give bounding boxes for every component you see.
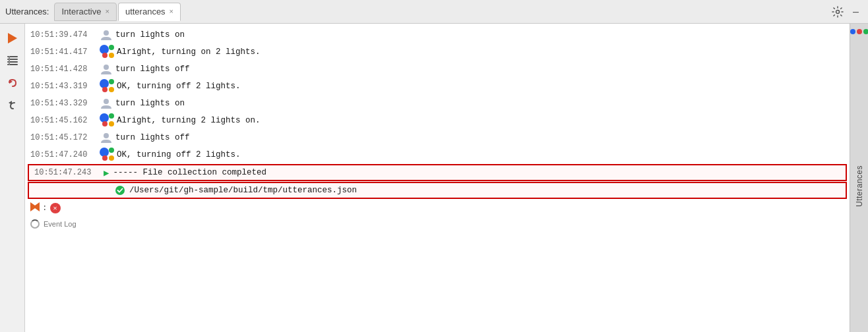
user-avatar-icon (100, 97, 113, 110)
tab-utterances-label: utterances (125, 7, 166, 16)
check-circle-svg (115, 185, 125, 196)
tab-bar-actions: – (830, 5, 868, 19)
tab-utterances[interactable]: utterances × (118, 3, 181, 21)
user-avatar-icon (100, 28, 113, 42)
dot-red (102, 87, 108, 92)
undo-variant-icon (7, 77, 18, 89)
assistant-avatar (100, 113, 114, 128)
play-icon: ▶ (104, 167, 109, 179)
tab-interactive[interactable]: Interactive × (54, 3, 116, 21)
svg-point-11 (104, 99, 109, 104)
svg-point-9 (104, 30, 109, 36)
loading-circle-icon (30, 219, 40, 229)
svg-point-0 (836, 10, 840, 13)
dot-yellow (109, 121, 114, 126)
log-row: 10:51:41.428 turn lights off (25, 61, 850, 78)
tab-utterances-close[interactable]: × (170, 8, 173, 15)
log-text: turn lights off (115, 65, 844, 74)
assistant-avatar (100, 148, 114, 162)
play-left-icon (30, 202, 40, 211)
utterances-label-wrapper: Utterances (855, 37, 864, 332)
dot-red-right (857, 29, 862, 34)
check-circle-icon (115, 185, 125, 196)
svg-marker-8 (9, 101, 12, 105)
log-text: turn lights on (115, 99, 844, 108)
dot-red (102, 121, 108, 126)
event-log-label: Event Log (44, 220, 77, 228)
event-log-hint: Event Log (25, 217, 850, 231)
timestamp: 10:51:41.417 (30, 47, 100, 57)
user-avatar-icon (100, 131, 113, 144)
svg-point-13 (115, 186, 125, 195)
timestamp: 10:51:43.319 (30, 82, 100, 91)
content-area: 10:51:39.474 turn lights on 10:51:41.417… (25, 24, 850, 332)
minimize-button[interactable]: – (852, 5, 860, 19)
dot-green (109, 79, 114, 84)
assistant-avatar (100, 45, 114, 59)
undo-variant-button[interactable] (3, 74, 22, 92)
play-button[interactable] (3, 29, 22, 47)
svg-point-12 (104, 133, 109, 138)
minus-icon: – (853, 6, 859, 18)
timestamp: 10:51:39.474 (30, 30, 100, 40)
tab-interactive-close[interactable]: × (105, 8, 109, 15)
log-text: OK, turning off 2 lights. (117, 150, 844, 159)
error-icon: ✕ (53, 204, 57, 212)
log-row: 10:51:43.329 turn lights on (25, 95, 850, 112)
timestamp: 10:51:41.428 (30, 65, 100, 74)
colon-label: : (42, 204, 47, 213)
log-text: Alright, turning on 2 lights. (117, 47, 844, 57)
log-text: Alright, turning 2 lights on. (117, 116, 844, 125)
dot-green (109, 45, 114, 50)
utterances-panel-label: Utterances (855, 165, 864, 207)
dot-red (102, 53, 108, 58)
log-row: 10:51:41.417 Alright, turning on 2 light… (25, 43, 850, 61)
dot-yellow (109, 87, 114, 92)
list-icon (7, 55, 18, 66)
dot-red (102, 155, 108, 161)
dot-blue-right (850, 29, 855, 34)
error-badge: ✕ (50, 203, 61, 213)
play-status-icon (30, 202, 40, 214)
log-text: turn lights on (115, 30, 844, 40)
timestamp: 10:51:43.329 (30, 99, 100, 108)
dot-green-right (863, 29, 869, 34)
dot-yellow (109, 155, 114, 161)
timestamp: 10:51:45.172 (30, 133, 100, 142)
svg-marker-15 (33, 202, 40, 211)
dot-yellow (109, 53, 114, 58)
log-row: 10:51:45.172 turn lights off (25, 129, 850, 146)
log-text: OK, turning off 2 lights. (117, 82, 844, 91)
timestamp: 10:51:47.240 (30, 150, 100, 159)
file-complete-row: 10:51:47.243 ▶ ----- File collection com… (28, 164, 847, 181)
assistant-avatar (100, 79, 114, 94)
log-row: 10:51:39.474 turn lights on (25, 26, 850, 43)
log-text: turn lights off (115, 133, 844, 142)
user-avatar-icon (100, 63, 113, 76)
log-text: ----- File collection completed (113, 168, 840, 177)
dot-green (109, 148, 114, 153)
left-sidebar (0, 24, 25, 332)
main-area: 10:51:39.474 turn lights on 10:51:41.417… (0, 24, 868, 332)
undo-button[interactable] (3, 96, 22, 115)
gear-icon (832, 6, 844, 18)
svg-rect-6 (9, 56, 10, 65)
timestamp: 10:51:45.162 (30, 116, 100, 125)
play-icon (7, 32, 18, 44)
undo-icon (7, 99, 18, 111)
svg-marker-1 (8, 33, 17, 43)
right-panel: Utterances (850, 24, 868, 332)
dot-green (109, 113, 114, 119)
log-row: 10:51:47.240 OK, turning off 2 lights. (25, 146, 850, 163)
svg-point-10 (104, 65, 109, 70)
tab-interactive-label: Interactive (61, 7, 101, 16)
log-row: 10:51:43.319 OK, turning off 2 lights. (25, 78, 850, 95)
log-row: 10:51:45.162 Alright, turning 2 lights o… (25, 112, 850, 129)
settings-button[interactable] (830, 5, 845, 19)
tab-bar: Utterances: Interactive × utterances × – (0, 0, 868, 24)
file-path-text: /Users/git/gh-sample/build/tmp/utterance… (129, 186, 840, 195)
tab-bar-label: Utterances: (5, 7, 49, 16)
list-button[interactable] (3, 51, 22, 70)
right-panel-dots (850, 29, 869, 34)
timestamp: 10:51:47.243 (34, 168, 104, 177)
